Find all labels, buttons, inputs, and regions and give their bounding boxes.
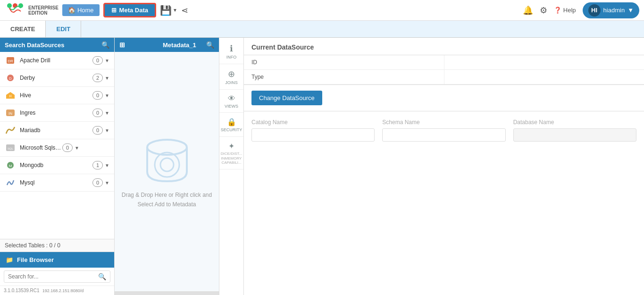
- derby-icon: D: [5, 73, 16, 83]
- info-icon: ℹ: [230, 43, 233, 54]
- user-dropdown-icon: ▼: [627, 7, 634, 14]
- svg-point-16: [155, 152, 179, 177]
- datasource-item-apache-drill[interactable]: DR Apache Drill 0 ▼: [0, 52, 114, 69]
- datasource-catalog-row: Catalog Name Schema Name Database Name: [244, 111, 644, 149]
- mariadb-icon: [5, 125, 16, 135]
- datasource-item-mariadb[interactable]: Mariadb 0 ▼: [0, 122, 114, 139]
- top-navbar: ENTERPRISE EDITION 🏠 Home ⊞ Meta Data 💾 …: [0, 0, 644, 21]
- datasource-item-mssql[interactable]: SQL Microsoft Sqlserv... 0 ▼: [0, 139, 114, 157]
- chevron-down-icon: ▼: [105, 180, 109, 185]
- current-datasource-panel: Current DataSource ID Type: [244, 38, 644, 295]
- datasource-type-row: Type: [244, 70, 644, 84]
- settings-button[interactable]: ⚙: [540, 5, 547, 16]
- bell-icon: 🔔: [523, 6, 533, 15]
- schema-name-input[interactable]: [382, 128, 505, 142]
- datasource-id-row: ID: [244, 55, 644, 70]
- search-datasources-icon: 🔍: [101, 41, 109, 49]
- drop-text: Drag & Drop Here or Right click andSelec…: [122, 191, 212, 209]
- joins-icon: ⊕: [228, 69, 235, 79]
- logo-text: ENTERPRISE EDITION: [28, 5, 59, 16]
- home-button[interactable]: 🏠 Home: [62, 4, 100, 16]
- ingres-icon: IN: [5, 108, 16, 118]
- security-icon: 🔒: [227, 118, 236, 126]
- tab-create[interactable]: CREATE: [0, 21, 46, 37]
- svg-text:SQL: SQL: [8, 147, 14, 150]
- chevron-down-icon: ▼: [105, 163, 109, 168]
- file-browser-button[interactable]: 📁 File Browser: [0, 252, 114, 268]
- views-icon: 👁: [228, 94, 235, 103]
- chevron-down-icon: ▼: [105, 58, 109, 63]
- folder-icon: 📁: [6, 256, 13, 263]
- datasource-item-derby[interactable]: D Derby 2 ▼: [0, 69, 114, 87]
- version-bar: 3.1.0.13539.RC1 192.168.2.151:8080/d: [0, 286, 114, 295]
- datasource-id-cell: ID: [244, 55, 444, 70]
- save-icon: 💾: [160, 5, 172, 16]
- user-menu[interactable]: HI hiadmin ▼: [583, 2, 639, 18]
- catalog-name-input[interactable]: [251, 128, 375, 142]
- catalog-name-field: Catalog Name: [251, 119, 375, 142]
- svg-text:IN: IN: [8, 111, 12, 116]
- datasource-item-hive[interactable]: H Hive 0 ▼: [0, 87, 114, 104]
- save-dropdown-icon: ▼: [173, 8, 177, 13]
- chevron-down-icon: ▼: [105, 76, 109, 81]
- datasource-item-mongodb[interactable]: M Mongodb 1 ▼: [0, 157, 114, 174]
- schema-name-label: Schema Name: [382, 119, 505, 126]
- user-avatar: HI: [588, 4, 601, 17]
- search-datasources-label: Search DataSources: [5, 42, 64, 49]
- middle-panel: ⊞ Metadata_1 🔍 Drag & Drop Here or Right…: [115, 38, 219, 295]
- datasource-item-ingres[interactable]: IN Ingres 0 ▼: [0, 104, 114, 122]
- database-name-field: Database Name: [513, 119, 636, 142]
- save-button[interactable]: 💾 ▼: [160, 5, 177, 16]
- metadata-button[interactable]: ⊞ Meta Data: [103, 3, 156, 17]
- metadata-tab-header: ⊞ Metadata_1 🔍: [115, 38, 219, 52]
- database-name-label: Database Name: [513, 119, 636, 126]
- datasource-item-mysql[interactable]: Mysql 0 ▼: [0, 174, 114, 192]
- help-button[interactable]: ❓ Help: [554, 7, 576, 14]
- database-name-input[interactable]: [513, 128, 636, 142]
- svg-point-2: [18, 3, 23, 8]
- right-area: ℹ INFO ⊕ JOINS 👁 VIEWS 🔒 SECURITY ✦ DICE…: [219, 38, 644, 295]
- tab-edit[interactable]: EDIT: [46, 21, 81, 37]
- dice-tab[interactable]: ✦ DICE/DIST...INMEMORYCAPABILI...: [219, 138, 243, 169]
- dice-icon: ✦: [228, 142, 234, 151]
- change-datasource-button[interactable]: Change DataSource: [251, 91, 322, 105]
- datasource-info-rows: ID Type: [244, 55, 644, 85]
- tab-bar: CREATE EDIT: [0, 21, 644, 38]
- svg-point-1: [13, 3, 17, 8]
- chevron-down-icon: ▼: [105, 128, 109, 133]
- schema-name-field: Schema Name: [382, 119, 505, 142]
- logo-area: ENTERPRISE EDITION: [5, 2, 59, 19]
- main-layout: Search DataSources 🔍 DR Apache Drill 0 ▼…: [0, 38, 644, 295]
- views-tab[interactable]: 👁 VIEWS: [219, 91, 243, 113]
- svg-text:H: H: [9, 94, 11, 98]
- security-tab[interactable]: 🔒 SECURITY: [219, 114, 243, 137]
- help-icon: ❓: [554, 7, 561, 14]
- chevron-down-icon: ▼: [75, 145, 79, 151]
- datasource-list: DR Apache Drill 0 ▼ D Derby 2 ▼ H Hiv: [0, 52, 114, 239]
- info-tab[interactable]: ℹ INFO: [219, 40, 243, 64]
- chevron-down-icon: ▼: [105, 93, 109, 98]
- search-file-input[interactable]: [8, 273, 98, 280]
- middle-resize-handle[interactable]: [115, 291, 219, 295]
- hive-icon: H: [5, 90, 16, 101]
- svg-text:M: M: [9, 164, 12, 168]
- catalog-name-label: Catalog Name: [251, 119, 375, 126]
- mysql-icon: [5, 177, 16, 188]
- home-icon: 🏠: [68, 7, 75, 14]
- sidebar: Search DataSources 🔍 DR Apache Drill 0 ▼…: [0, 38, 115, 295]
- joins-tab[interactable]: ⊕ JOINS: [219, 65, 243, 90]
- datasource-actions: Change DataSource: [244, 85, 644, 111]
- drop-area: Drag & Drop Here or Right click andSelec…: [115, 52, 219, 291]
- svg-text:D: D: [9, 76, 12, 81]
- apache-drill-icon: DR: [5, 55, 16, 66]
- mongodb-icon: M: [5, 160, 16, 170]
- share-button[interactable]: ⋖: [181, 5, 188, 16]
- metadata-search-button[interactable]: 🔍: [206, 41, 214, 49]
- table-icon: ⊞: [111, 7, 117, 14]
- search-file-icon: 🔍: [98, 273, 106, 280]
- search-file-container: 🔍: [4, 270, 110, 283]
- selected-tables-label: Selected Tables : 0 / 0: [0, 239, 114, 252]
- notifications-button[interactable]: 🔔: [523, 5, 533, 16]
- table-grid-icon: ⊞: [119, 41, 160, 49]
- share-icon: ⋖: [181, 6, 188, 15]
